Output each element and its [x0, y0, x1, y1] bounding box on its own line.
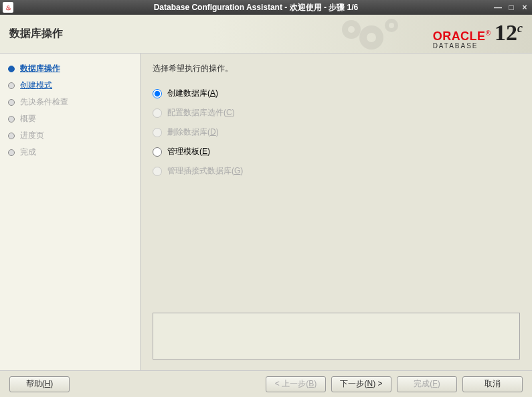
body: 数据库操作创建模式先决条件检查概要进度页完成 选择希望执行的操作。 创建数据库(…	[0, 54, 532, 370]
option-row-2: 删除数据库(D)	[153, 123, 520, 142]
step-bullet-icon	[8, 99, 15, 106]
gears-graphic	[331, 16, 412, 54]
app-window: ♨ Database Configuration Assistant - 欢迎使…	[0, 0, 532, 397]
content: 选择希望执行的操作。 创建数据库(A)配置数据库选件(C)删除数据库(D)管理模…	[141, 54, 532, 370]
step-label: 先决条件检查	[20, 96, 68, 108]
option-row-0[interactable]: 创建数据库(A)	[153, 84, 520, 103]
oracle-wordmark: ORACLE	[433, 29, 486, 43]
option-row-1: 配置数据库选件(C)	[153, 103, 520, 123]
step-label: 进度页	[20, 130, 44, 141]
option-row-3[interactable]: 管理模板(E)	[153, 142, 520, 161]
sidebar: 数据库操作创建模式先决条件检查概要进度页完成	[0, 54, 141, 370]
sidebar-step-5: 完成	[0, 144, 140, 161]
page-title: 数据库操作	[9, 27, 63, 41]
step-bullet-icon	[8, 82, 15, 89]
instruction-text: 选择希望执行的操作。	[153, 63, 520, 74]
footer: 帮助(H) < 上一步(B) 下一步(N) > 完成(F) 取消	[0, 370, 532, 397]
step-label: 数据库操作	[20, 63, 60, 74]
step-bullet-icon	[8, 149, 15, 156]
sidebar-step-3: 概要	[0, 110, 140, 127]
option-label-4: 管理插接式数据库(G)	[167, 165, 243, 177]
titlebar: ♨ Database Configuration Assistant - 欢迎使…	[0, 0, 532, 15]
sidebar-step-2: 先决条件检查	[0, 94, 140, 110]
sidebar-step-0[interactable]: 数据库操作	[0, 60, 140, 77]
next-button[interactable]: 下一步(N) >	[331, 376, 391, 392]
option-label-3: 管理模板(E)	[167, 146, 210, 157]
finish-button: 完成(F)	[397, 376, 457, 392]
step-label: 概要	[20, 113, 36, 125]
help-button[interactable]: 帮助(H)	[9, 376, 70, 392]
maximize-icon[interactable]: □	[507, 3, 516, 12]
option-radio-2	[153, 128, 162, 137]
option-row-4: 管理插接式数据库(G)	[153, 161, 520, 181]
close-icon[interactable]: ×	[520, 3, 529, 12]
svg-point-5	[389, 23, 394, 28]
java-icon: ♨	[3, 2, 13, 13]
window-controls: — □ ×	[493, 3, 529, 12]
svg-point-3	[367, 33, 376, 42]
header: 数据库操作 ORACLE® DATABASE 12c	[0, 15, 532, 54]
svg-point-1	[348, 26, 355, 33]
option-radio-1	[153, 108, 162, 118]
option-label-0: 创建数据库(A)	[167, 88, 218, 99]
step-label: 创建模式	[20, 80, 52, 91]
step-label: 完成	[20, 147, 36, 158]
option-label-1: 配置数据库选件(C)	[167, 107, 235, 118]
minimize-icon[interactable]: —	[493, 3, 503, 12]
options-group: 创建数据库(A)配置数据库选件(C)删除数据库(D)管理模板(E)管理插接式数据…	[153, 84, 520, 181]
oracle-logo: ORACLE® DATABASE 12c	[433, 20, 523, 50]
log-box	[153, 313, 520, 360]
option-radio-3[interactable]	[153, 147, 162, 157]
oracle-sub: DATABASE	[433, 42, 491, 50]
option-label-2: 删除数据库(D)	[167, 127, 219, 138]
step-bullet-icon	[8, 133, 15, 139]
option-radio-4	[153, 167, 162, 176]
version-number: 12c	[495, 20, 523, 46]
sidebar-step-1[interactable]: 创建模式	[0, 77, 140, 94]
sidebar-step-4: 进度页	[0, 127, 140, 144]
step-bullet-icon	[8, 116, 15, 123]
cancel-button[interactable]: 取消	[462, 376, 523, 392]
step-bullet-icon	[8, 66, 15, 72]
option-radio-0[interactable]	[153, 89, 162, 98]
back-button: < 上一步(B)	[266, 376, 326, 392]
window-title: Database Configuration Assistant - 欢迎使用 …	[19, 2, 493, 13]
